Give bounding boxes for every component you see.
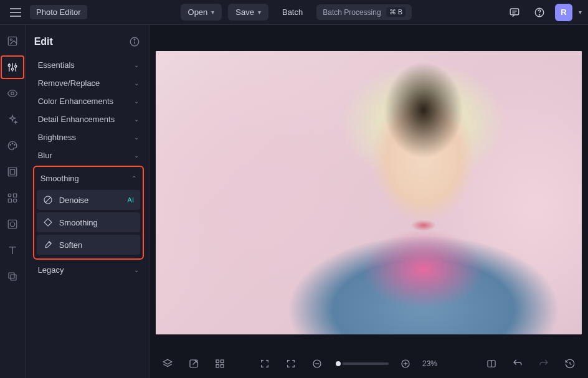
svg-point-34 bbox=[134, 39, 135, 40]
open-label: Open bbox=[188, 7, 208, 17]
sub-item-label: Denoise bbox=[59, 196, 89, 205]
palette-icon[interactable] bbox=[5, 138, 20, 153]
svg-rect-20 bbox=[8, 168, 17, 176]
compare-button[interactable] bbox=[482, 354, 501, 373]
chevron-down-icon[interactable]: ▾ bbox=[579, 9, 582, 16]
svg-point-27 bbox=[10, 222, 15, 227]
stack-icon[interactable] bbox=[5, 269, 20, 284]
comments-button[interactable] bbox=[505, 3, 524, 22]
section-essentials[interactable]: Essentials ⌄ bbox=[34, 56, 143, 74]
svg-point-7 bbox=[539, 14, 539, 15]
svg-point-16 bbox=[11, 92, 14, 95]
save-label: Save bbox=[235, 7, 254, 17]
svg-line-36 bbox=[45, 197, 50, 202]
svg-point-18 bbox=[12, 143, 13, 144]
photo-canvas[interactable] bbox=[156, 51, 582, 334]
svg-rect-21 bbox=[10, 169, 15, 174]
help-button[interactable] bbox=[530, 3, 549, 22]
chevron-down-icon: ⌄ bbox=[134, 152, 139, 159]
batch-shortcut: ⌘ B bbox=[386, 7, 405, 17]
section-detail-enhancements[interactable]: Detail Enhancements ⌄ bbox=[34, 110, 143, 128]
section-color-enhancements[interactable]: Color Enhancements ⌄ bbox=[34, 92, 143, 110]
svg-rect-30 bbox=[9, 273, 14, 278]
zoom-out-button[interactable] bbox=[308, 354, 326, 373]
section-label: Brightness bbox=[38, 133, 76, 142]
layers-button[interactable] bbox=[158, 354, 177, 373]
zoom-slider[interactable] bbox=[334, 362, 389, 365]
chevron-down-icon: ▾ bbox=[211, 9, 214, 16]
ai-tag: AI bbox=[128, 196, 134, 204]
section-label: Remove/Replace bbox=[38, 78, 100, 88]
sparkle-icon[interactable] bbox=[5, 112, 20, 127]
elements-icon[interactable] bbox=[5, 191, 20, 206]
section-label: Smoothing bbox=[40, 174, 79, 183]
history-button[interactable] bbox=[561, 354, 579, 373]
save-button[interactable]: Save ▾ bbox=[228, 4, 268, 21]
svg-point-17 bbox=[10, 144, 11, 146]
chevron-down-icon: ⌄ bbox=[134, 116, 139, 123]
chevron-down-icon: ⌄ bbox=[134, 80, 139, 87]
section-label: Detail Enhancements bbox=[38, 115, 115, 124]
frame-icon[interactable] bbox=[5, 164, 20, 179]
zoom-slider-knob[interactable] bbox=[334, 359, 343, 368]
fit-button[interactable] bbox=[282, 354, 300, 373]
chevron-down-icon: ⌄ bbox=[134, 267, 139, 273]
avatar[interactable]: R bbox=[555, 4, 572, 21]
chevron-down-icon: ⌄ bbox=[134, 98, 139, 105]
diamond-icon bbox=[43, 217, 53, 227]
app-title: Photo Editor bbox=[30, 5, 87, 19]
svg-rect-38 bbox=[216, 360, 219, 363]
zoom-value: 23% bbox=[422, 359, 437, 368]
svg-rect-23 bbox=[13, 194, 16, 197]
smoothing-item-soften[interactable]: Soften bbox=[37, 235, 140, 255]
menu-button[interactable] bbox=[6, 3, 25, 22]
svg-rect-8 bbox=[8, 37, 17, 45]
section-remove-replace[interactable]: Remove/Replace ⌄ bbox=[34, 74, 143, 92]
svg-point-11 bbox=[8, 64, 10, 66]
sub-item-label: Smoothing bbox=[59, 218, 98, 227]
section-smoothing-group: Smoothing ⌃ Denoise AI Smoothing Soften bbox=[33, 166, 144, 260]
overlay-icon[interactable] bbox=[5, 217, 20, 232]
undo-button[interactable] bbox=[508, 354, 527, 373]
svg-rect-40 bbox=[216, 364, 219, 367]
panel-title: Edit bbox=[34, 36, 53, 47]
batch-processing-badge[interactable]: Batch Processing ⌘ B bbox=[316, 4, 412, 20]
zoom-in-button[interactable] bbox=[396, 354, 415, 373]
section-legacy[interactable]: Legacy ⌄ bbox=[34, 261, 143, 279]
eye-icon[interactable] bbox=[5, 86, 20, 101]
redo-button[interactable] bbox=[534, 354, 553, 373]
batch-processing-label: Batch Processing bbox=[323, 8, 381, 17]
adjust-icon[interactable] bbox=[5, 60, 20, 75]
section-label: Essentials bbox=[38, 60, 75, 70]
svg-rect-26 bbox=[8, 220, 17, 229]
svg-rect-41 bbox=[221, 364, 224, 367]
section-smoothing[interactable]: Smoothing ⌃ bbox=[37, 169, 140, 187]
section-label: Color Enhancements bbox=[38, 97, 113, 106]
text-icon[interactable] bbox=[5, 243, 20, 258]
smoothing-item-denoise[interactable]: Denoise AI bbox=[37, 190, 140, 210]
toolstrip bbox=[0, 25, 26, 378]
svg-point-19 bbox=[14, 144, 15, 146]
chevron-down-icon: ⌄ bbox=[134, 62, 139, 69]
chevron-down-icon: ▾ bbox=[258, 9, 261, 16]
sub-item-label: Soften bbox=[59, 240, 83, 250]
grid-button[interactable] bbox=[211, 354, 229, 373]
svg-point-25 bbox=[13, 199, 16, 202]
info-icon[interactable] bbox=[129, 36, 140, 47]
section-blur[interactable]: Blur ⌄ bbox=[34, 146, 143, 164]
section-label: Legacy bbox=[38, 265, 64, 275]
fullscreen-button[interactable] bbox=[255, 354, 274, 373]
svg-point-15 bbox=[14, 65, 16, 67]
export-button[interactable] bbox=[184, 354, 203, 373]
open-button[interactable]: Open ▾ bbox=[181, 4, 222, 21]
batch-button[interactable]: Batch bbox=[275, 4, 310, 21]
canvas-footer: 23% bbox=[149, 348, 588, 378]
chevron-up-icon: ⌃ bbox=[131, 175, 136, 182]
brush-icon bbox=[43, 240, 53, 250]
image-icon[interactable] bbox=[5, 34, 20, 49]
section-brightness[interactable]: Brightness ⌄ bbox=[34, 128, 143, 146]
smoothing-item-smoothing[interactable]: Smoothing bbox=[37, 212, 140, 232]
svg-point-9 bbox=[10, 39, 12, 40]
section-label: Blur bbox=[38, 151, 52, 160]
denoise-icon bbox=[43, 195, 53, 205]
